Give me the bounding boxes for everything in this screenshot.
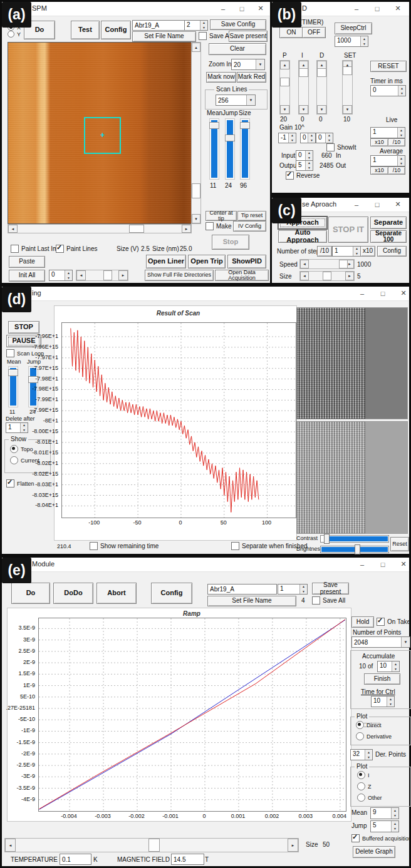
- scroll-left-icon[interactable]: ◄: [300, 272, 309, 280]
- finish-button[interactable]: Finish: [364, 673, 400, 685]
- speed-scrollbar[interactable]: ◄ ►: [299, 259, 355, 269]
- minimize-button[interactable]: –: [347, 198, 366, 211]
- show-full-file-directories-button[interactable]: Show Full File Directories: [145, 270, 214, 281]
- average-div10-button[interactable]: /10: [388, 166, 405, 175]
- init-all-button[interactable]: Init All: [9, 270, 45, 282]
- scrollbar-thumb[interactable]: [343, 66, 352, 75]
- output-spinner[interactable]: 5▲▼: [296, 160, 313, 171]
- delete-graph-button[interactable]: Delete Graph: [353, 846, 395, 858]
- chevron-down-icon[interactable]: ▼: [401, 637, 410, 647]
- chevron-down-icon[interactable]: ▼: [246, 95, 255, 105]
- buffered-acquisition-checkbox[interactable]: Buffered acquisition: [351, 834, 411, 842]
- open-data-acquisition-button[interactable]: Open Data Acquisition: [215, 270, 269, 281]
- minimize-button[interactable]: –: [353, 558, 372, 571]
- gain-p-spinner[interactable]: -1▲▼: [278, 133, 296, 143]
- auto-approach-button[interactable]: Auto Approach: [278, 230, 327, 243]
- image-vertical-scrollbar[interactable]: ▲ ▼: [191, 42, 201, 224]
- brightness-slider[interactable]: [320, 546, 389, 553]
- spinner-arrows-icon[interactable]: ▲▼: [360, 36, 368, 46]
- maximize-button[interactable]: □: [373, 287, 392, 300]
- scroll-right-icon[interactable]: ►: [288, 839, 298, 852]
- average-spinner[interactable]: 1▲▼: [370, 155, 405, 166]
- magnetic-field-input[interactable]: 14.5: [171, 854, 204, 865]
- live-spinner[interactable]: 1▲▼: [370, 127, 405, 138]
- scrollbar-thumb[interactable]: [103, 270, 112, 280]
- save-all-checkbox[interactable]: Save All: [312, 596, 345, 605]
- dodo-button[interactable]: DoDo: [53, 583, 93, 604]
- slider-thumb[interactable]: [240, 122, 250, 129]
- titlebar[interactable]: ing – □ ✕: [2, 287, 409, 301]
- scrollbar-thumb[interactable]: [323, 272, 331, 280]
- reset-button[interactable]: Reset: [390, 537, 409, 551]
- close-button[interactable]: ✕: [388, 198, 407, 211]
- live-x10-button[interactable]: x10: [370, 138, 388, 146]
- spinner-arrows-icon[interactable]: ▲▼: [391, 808, 398, 819]
- separate-button[interactable]: Separate: [370, 217, 407, 229]
- stm-zoom-inset[interactable]: +: [84, 117, 121, 154]
- titlebar[interactable]: Module – □ ✕: [2, 558, 409, 572]
- scrollbar-thumb[interactable]: [129, 225, 144, 233]
- p-scrollbar[interactable]: ▲▼: [279, 60, 290, 115]
- spinner-arrows-icon[interactable]: ▲▼: [305, 151, 313, 160]
- file-name-input[interactable]: Abr19_A: [207, 584, 277, 595]
- scroll-down-icon[interactable]: ▼: [192, 214, 200, 223]
- open-liner-button[interactable]: Open Liner: [146, 255, 186, 268]
- spinner-arrows-icon[interactable]: ▲▼: [305, 161, 313, 170]
- center-at-tip-button[interactable]: Center at tip: [205, 211, 237, 221]
- stop-button[interactable]: Stop: [212, 235, 249, 250]
- reverse-checkbox[interactable]: Reverse: [286, 171, 320, 180]
- mark-now-button[interactable]: Mark now: [206, 72, 236, 83]
- config-button[interactable]: Config: [101, 21, 131, 39]
- separate-100-button[interactable]: Separate 100: [370, 230, 407, 243]
- minimize-button[interactable]: –: [214, 2, 232, 15]
- spinner-arrows-icon[interactable]: ▲▼: [308, 133, 315, 143]
- ramp-plot[interactable]: [38, 618, 346, 812]
- save-present-button[interactable]: Save present: [312, 583, 349, 595]
- maximize-button[interactable]: □: [232, 2, 251, 15]
- scrollbar-thumb[interactable]: [148, 839, 160, 852]
- live-div10-button[interactable]: /10: [388, 138, 405, 146]
- abort-button[interactable]: Abort: [96, 583, 137, 604]
- init-spinner[interactable]: 0▲▼: [49, 270, 73, 281]
- d-scrollbar[interactable]: ▲▼: [316, 60, 327, 115]
- gain-d-spinner[interactable]: 0▲▼: [316, 133, 333, 143]
- close-button[interactable]: ✕: [394, 287, 411, 300]
- on-take-checkbox[interactable]: On Take: [377, 618, 410, 626]
- close-button[interactable]: ✕: [388, 2, 407, 15]
- spinner-arrows-icon[interactable]: ▲▼: [387, 697, 394, 707]
- image-horizontal-scrollbar[interactable]: ◄ ►: [8, 224, 192, 233]
- scrollbar-thumb[interactable]: [339, 260, 348, 268]
- save-config-button[interactable]: Save Config: [210, 19, 266, 30]
- scroll-up-icon[interactable]: ▲: [192, 43, 200, 52]
- accumulate-spinner[interactable]: 10▲▼: [377, 661, 400, 672]
- jump-spinner[interactable]: 5▲▼: [370, 820, 399, 832]
- open-trip-button[interactable]: Open Trip: [188, 255, 226, 268]
- set-file-name-button[interactable]: Set File Name: [132, 31, 196, 42]
- slider-thumb[interactable]: [209, 122, 219, 129]
- minimize-button[interactable]: –: [353, 287, 372, 300]
- scrollbar-thumb[interactable]: [280, 78, 289, 86]
- spinner-arrows-icon[interactable]: ▲▼: [391, 821, 398, 832]
- mark-red-button[interactable]: Mark Red: [237, 72, 266, 83]
- test-button[interactable]: Test: [71, 21, 100, 39]
- derivative-radio[interactable]: Derivative: [356, 732, 392, 740]
- show-pid-button[interactable]: ShowPID: [227, 255, 266, 268]
- do-button[interactable]: Do: [11, 583, 50, 604]
- paint-lines-checkbox[interactable]: Paint Lines: [56, 245, 97, 253]
- spinner-arrows-icon[interactable]: ▲▼: [392, 661, 399, 671]
- contrast-slider[interactable]: [320, 535, 389, 543]
- chevron-down-icon[interactable]: ▼: [256, 59, 264, 69]
- set-file-name-button[interactable]: Set File Name: [207, 596, 296, 606]
- x10-button[interactable]: x10: [360, 246, 375, 257]
- scan-lines-dropdown[interactable]: 256▼: [216, 94, 256, 106]
- file-index-spinner[interactable]: 2▲▼: [184, 20, 208, 31]
- timer-spinner[interactable]: 0▲▼: [370, 85, 406, 96]
- channel-other-radio[interactable]: Other: [357, 794, 382, 802]
- number-of-points-dropdown[interactable]: 2048▼: [351, 636, 410, 648]
- jump-slider[interactable]: [225, 118, 235, 180]
- scroll-left-icon[interactable]: ◄: [8, 225, 18, 233]
- spinner-arrows-icon[interactable]: ▲▼: [299, 585, 307, 594]
- scrollbar-thumb[interactable]: [299, 68, 308, 77]
- i-scrollbar[interactable]: ▲▼: [298, 60, 309, 115]
- scrollbar-thumb[interactable]: [192, 183, 200, 198]
